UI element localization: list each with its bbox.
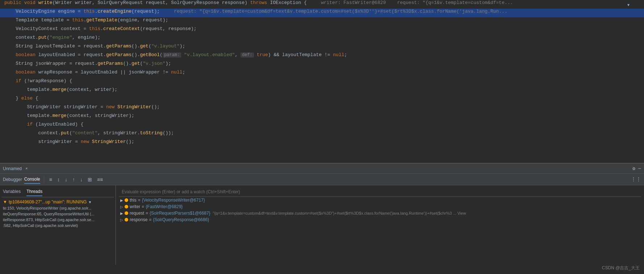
code-line-11: template.merge(context, writer);: [0, 87, 644, 96]
toolbar-btn-step-out[interactable]: ↑: [71, 176, 76, 183]
var-icon-this: [125, 198, 128, 202]
settings-icon[interactable]: ⚙: [632, 166, 635, 172]
code-line-4: VelocityContext context = this.createCon…: [0, 26, 644, 35]
code-line-1-content: public void write(Writer writer, SolrQue…: [3, 0, 644, 5]
code-line-8: String jsonWrapper = request.getParams()…: [0, 61, 644, 69]
expand-this[interactable]: ▶: [120, 198, 123, 202]
expand-writer[interactable]: ▷: [120, 205, 123, 209]
watch-input-area: ▼: [119, 187, 641, 197]
watch-input[interactable]: [119, 187, 641, 197]
right-panel: ▼ ▶ this = {VelocityResponseWriter@6717}…: [116, 185, 644, 265]
variable-row-request: ▶ request = {SolrRequestParsers$1@6687} …: [119, 210, 641, 216]
toolbar-btn-menu[interactable]: ≡: [48, 176, 54, 183]
minimize-icon[interactable]: —: [638, 166, 641, 171]
debugger-toolbar: Debugger Console ≡ ↕ ↓ ↑ ↓ ⊞ ≡≡ ⋮⋮: [0, 174, 644, 185]
code-line-1: public void write(Writer writer, SolrQue…: [0, 0, 644, 9]
code-line-16: context.put("content", stringWriter.toSt…: [0, 130, 644, 139]
toolbar-btn-step-into[interactable]: ↓: [63, 176, 69, 183]
thread-item[interactable]: ▼ tp108449608-27"...up "main": RUNNING ▼: [1, 199, 114, 205]
code-line-3: Template template = this.getTemplate(eng…: [0, 17, 644, 26]
debugger-panel: Unnamed × ⚙ — Debugger Console ≡ ↕ ↓ ↑ ↓…: [0, 163, 644, 265]
expand-response[interactable]: ▷: [120, 218, 123, 222]
code-editor: public void write(Writer writer, SolrQue…: [0, 0, 644, 163]
debugger-close-button[interactable]: ×: [25, 166, 28, 171]
thread-filter-icon: ▼: [3, 199, 7, 205]
var-icon-writer: [125, 205, 128, 208]
code-line-5: context.put("engine", engine);: [0, 35, 644, 43]
expand-request[interactable]: ▶: [120, 211, 123, 215]
code-line-14: template.merge(context, stringWriter);: [0, 113, 644, 122]
variable-row-writer: ▷ writer = {FastWriter@6829}: [119, 203, 641, 210]
variable-row-this: ▶ this = {VelocityResponseWriter@6717}: [119, 197, 641, 203]
sub-tab-row: Variables Threads: [1, 187, 114, 197]
stack-frame-1[interactable]: te:150, VelocityResponseWriter (org.apac…: [1, 205, 114, 211]
code-line-13: StringWriter stringWriter = new StringWr…: [0, 104, 644, 113]
var-icon-request: [125, 211, 128, 215]
stack-frame-2[interactable]: iteQueryResponse:65, QueryResponseWriter…: [1, 211, 114, 217]
toolbar-btn-frames[interactable]: ⊞: [86, 176, 93, 183]
debugger-settings-area: ⚙ —: [632, 166, 641, 172]
code-line-10: if (!wrapResponse) {: [0, 78, 644, 87]
toolbar-btn-run-to-cursor[interactable]: ↓: [79, 176, 84, 183]
panel-options-icon[interactable]: ⋮⋮: [631, 177, 641, 182]
code-line-6: String layoutTemplate = request.getParam…: [0, 43, 644, 52]
toolbar-btn-step-over[interactable]: ↕: [56, 176, 61, 183]
debugger-title: Unnamed: [3, 166, 22, 171]
thread-label: tp108449608-27"...up "main": RUNNING: [9, 199, 87, 205]
tab-console[interactable]: Console: [24, 175, 40, 184]
stack-frame-4[interactable]: :582, HttpSolrCall (org.apache.solr.serv…: [1, 223, 114, 228]
debugger-content: Variables Threads ▼ tp108449608-27"...up…: [0, 185, 644, 265]
code-line-2-content: VelocityEngine engine = this.createEngin…: [3, 9, 644, 14]
tab-variables[interactable]: Variables: [3, 187, 21, 196]
left-panel: Variables Threads ▼ tp108449608-27"...up…: [0, 185, 116, 265]
code-line-17: stringWriter = new StringWriter();: [0, 139, 644, 148]
tab-threads[interactable]: Threads: [26, 187, 42, 196]
thread-dropdown-arrow[interactable]: ▼: [88, 200, 92, 204]
csdn-watermark: CSDN @吉吉_大王: [602, 265, 640, 271]
var-icon-response: [125, 218, 128, 222]
code-line-15: if (layoutEnabled) {: [0, 122, 644, 130]
code-line-9: boolean wrapResponse = layoutEnabled || …: [0, 69, 644, 78]
code-line-7: boolean layoutEnabled = request.getParam…: [0, 52, 644, 61]
code-line-2: VelocityEngine engine = this.createEngin…: [0, 9, 644, 17]
debugger-title-bar: Unnamed × ⚙ —: [0, 164, 644, 174]
variable-row-response: ▷ response = {SolrQueryResponse@6686}: [119, 216, 641, 223]
toolbar-btn-settings2[interactable]: ≡≡: [96, 176, 104, 183]
stack-frame-3[interactable]: iteResponse:873, HttpSolrCall (org.apach…: [1, 217, 114, 223]
tab-debugger[interactable]: Debugger: [3, 176, 22, 184]
code-line-12: } else {: [0, 96, 644, 104]
